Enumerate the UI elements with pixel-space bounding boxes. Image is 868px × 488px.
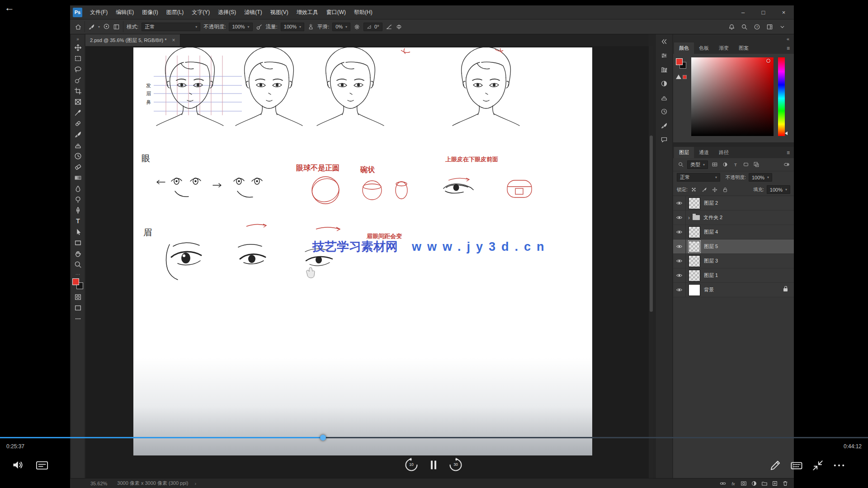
layer-thumbnail[interactable] bbox=[689, 226, 700, 238]
tool-move[interactable] bbox=[71, 42, 84, 53]
home-icon[interactable] bbox=[75, 23, 81, 30]
brush-settings-panel-icon[interactable] bbox=[113, 23, 120, 30]
saturation-brightness-picker[interactable] bbox=[691, 57, 774, 136]
brush-size-picker-icon[interactable] bbox=[103, 23, 110, 30]
rewind-10-button[interactable]: 10 bbox=[404, 457, 419, 473]
tab-swatches[interactable]: 色板 bbox=[694, 42, 714, 54]
layer-thumbnail[interactable] bbox=[689, 284, 700, 296]
toolbar-collapse-icon[interactable]: » bbox=[76, 36, 79, 42]
gear-icon[interactable] bbox=[354, 23, 360, 30]
lock-transparency-icon[interactable] bbox=[690, 186, 698, 193]
playback-settings-button[interactable] bbox=[790, 459, 803, 472]
filter-type-icon[interactable]: T bbox=[731, 161, 739, 169]
gamut-color-chip[interactable] bbox=[683, 75, 687, 79]
layer-filter-select[interactable]: 类型 ▾ bbox=[687, 160, 708, 169]
layer-row[interactable]: 图层 4 bbox=[673, 225, 794, 239]
zoom-level[interactable]: 35.62% bbox=[90, 481, 107, 486]
foreground-color-swatch[interactable] bbox=[72, 278, 79, 285]
symmetry-icon[interactable] bbox=[396, 23, 402, 30]
tool-lasso[interactable] bbox=[71, 64, 84, 75]
hue-slider-marker[interactable] bbox=[785, 131, 788, 135]
screen-mode-icon[interactable] bbox=[71, 302, 84, 313]
smoothing-select[interactable]: 0% ▾ bbox=[332, 23, 350, 31]
minimize-button[interactable]: – bbox=[733, 5, 753, 19]
airbrush-icon[interactable] bbox=[307, 23, 314, 30]
back-button[interactable]: ← bbox=[5, 2, 14, 14]
visibility-eye-icon[interactable] bbox=[673, 196, 686, 210]
visibility-eye-icon[interactable] bbox=[673, 225, 686, 239]
quick-mask-icon[interactable] bbox=[71, 291, 84, 302]
new-layer-icon[interactable] bbox=[772, 480, 778, 487]
exit-fullscreen-button[interactable] bbox=[811, 459, 825, 472]
brush-settings-icon[interactable] bbox=[659, 121, 669, 131]
tool-clone-stamp[interactable] bbox=[71, 140, 84, 150]
search-icon[interactable] bbox=[741, 23, 748, 30]
new-group-icon[interactable] bbox=[761, 480, 768, 487]
volume-button[interactable] bbox=[12, 458, 25, 472]
pause-button[interactable] bbox=[428, 459, 439, 471]
menu-layer[interactable]: 图层(L) bbox=[162, 5, 188, 19]
tool-type[interactable]: T bbox=[71, 216, 84, 226]
history-panel-icon[interactable] bbox=[659, 107, 669, 117]
tool-eraser[interactable] bbox=[71, 161, 84, 172]
visibility-eye-icon[interactable] bbox=[673, 268, 686, 282]
tool-dodge[interactable] bbox=[71, 194, 84, 205]
tab-layers[interactable]: 图层 bbox=[674, 147, 694, 158]
layer-row-selected[interactable]: 图层 5 bbox=[673, 239, 794, 254]
tool-shape[interactable] bbox=[71, 237, 84, 248]
color-swatches[interactable] bbox=[72, 278, 84, 290]
visibility-eye-icon[interactable] bbox=[673, 254, 686, 268]
libraries-panel-icon[interactable] bbox=[659, 65, 669, 75]
visibility-eye-icon[interactable] bbox=[673, 211, 686, 225]
annotate-button[interactable] bbox=[769, 459, 782, 472]
collapse-panels-icon[interactable]: « bbox=[787, 36, 789, 42]
delete-layer-icon[interactable] bbox=[782, 480, 788, 487]
more-options-button[interactable] bbox=[832, 459, 846, 472]
tool-blur[interactable] bbox=[71, 183, 84, 194]
edit-toolbar-icon[interactable] bbox=[71, 313, 84, 324]
chevron-down-icon[interactable] bbox=[779, 23, 786, 30]
background-layer-row[interactable]: 背景 bbox=[673, 283, 794, 297]
document-tab[interactable]: 2.psd @ 35.6% (图层 5, RGB/8#) * × bbox=[85, 34, 180, 46]
pressure-opacity-icon[interactable] bbox=[256, 23, 263, 30]
workspace-icon[interactable] bbox=[766, 23, 773, 30]
visibility-eye-icon[interactable] bbox=[673, 239, 686, 253]
tab-channels[interactable]: 通道 bbox=[694, 147, 714, 158]
vertical-scrollbar[interactable] bbox=[649, 46, 653, 478]
tool-pen[interactable] bbox=[71, 205, 84, 216]
progress-bar[interactable] bbox=[0, 437, 868, 438]
layer-fill-select[interactable]: 100% ▾ bbox=[767, 185, 790, 194]
lock-all-icon[interactable] bbox=[722, 186, 729, 193]
layer-search-icon[interactable] bbox=[677, 161, 684, 169]
comments-panel-icon[interactable] bbox=[659, 135, 669, 145]
flow-select[interactable]: 100% ▾ bbox=[281, 23, 304, 31]
properties-panel-icon[interactable] bbox=[659, 51, 669, 61]
opacity-select[interactable]: 100% ▾ bbox=[229, 23, 252, 31]
adjustments-panel-icon[interactable] bbox=[659, 79, 669, 89]
layer-thumbnail[interactable] bbox=[689, 241, 700, 253]
color-picker-cursor[interactable] bbox=[766, 59, 770, 63]
filter-pixel-icon[interactable] bbox=[711, 161, 718, 169]
layer-row[interactable]: 图层 1 bbox=[673, 268, 794, 283]
tool-quick-select[interactable] bbox=[71, 75, 84, 85]
panel-menu-icon[interactable]: ≡ bbox=[787, 150, 790, 156]
menu-window[interactable]: 窗口(W) bbox=[322, 5, 350, 19]
layer-thumbnail[interactable] bbox=[689, 197, 700, 209]
menu-filter[interactable]: 滤镜(T) bbox=[240, 5, 266, 19]
layer-group-row[interactable]: › 文件夹 2 bbox=[673, 211, 794, 225]
menu-select[interactable]: 选择(S) bbox=[214, 5, 240, 19]
canvas-area[interactable]: 发 眉 鼻 眼 bbox=[85, 46, 649, 478]
lock-pixels-icon[interactable] bbox=[701, 186, 708, 193]
lock-position-icon[interactable] bbox=[711, 186, 719, 193]
menu-file[interactable]: 文件(F) bbox=[86, 5, 112, 19]
forward-30-button[interactable]: 30 bbox=[448, 457, 463, 473]
maximize-button[interactable]: □ bbox=[753, 5, 774, 19]
filter-adjustment-icon[interactable] bbox=[721, 161, 729, 169]
menu-plugins[interactable]: 增效工具 bbox=[292, 5, 322, 19]
filter-shape-icon[interactable] bbox=[742, 161, 750, 169]
group-caret-icon[interactable]: › bbox=[688, 215, 690, 221]
tool-hand[interactable] bbox=[71, 248, 84, 259]
menu-help[interactable]: 帮助(H) bbox=[350, 5, 377, 19]
close-button[interactable]: × bbox=[774, 5, 794, 19]
tab-patterns[interactable]: 图案 bbox=[734, 42, 754, 54]
